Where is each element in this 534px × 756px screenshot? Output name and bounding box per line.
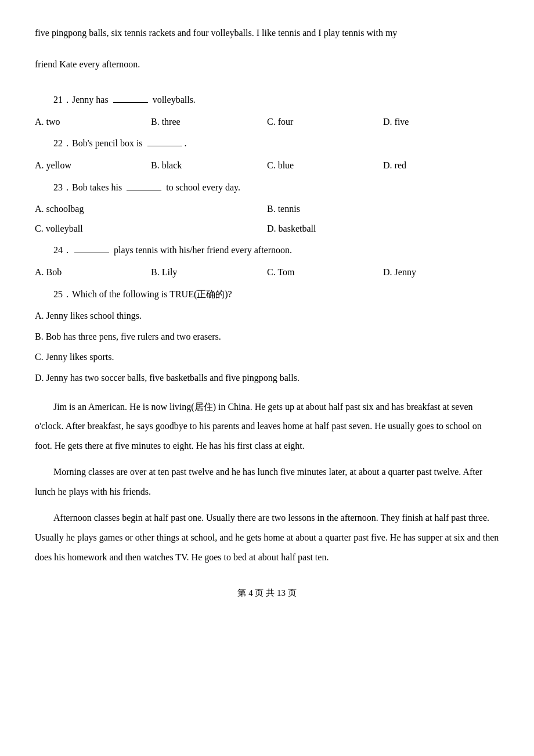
q23-optC: C. volleyball	[35, 219, 267, 239]
q22-options: A. yellow B. black C. blue D. red	[35, 156, 499, 175]
q23-optB: B. tennis	[267, 199, 499, 219]
q24-optB: B. Lily	[151, 262, 267, 282]
q24-optC: C. Tom	[267, 262, 383, 282]
passage-3: Afternoon classes begin at half past one…	[35, 508, 499, 567]
q21-optC: C. four	[267, 112, 383, 132]
q25-optD: D. Jenny has two soccer balls, five bask…	[35, 368, 499, 388]
question-22: 22．Bob's pencil box is . A. yellow B. bl…	[35, 134, 499, 175]
q21-options: A. two B. three C. four D. five	[35, 112, 499, 132]
question-23: 23．Bob takes his to school every day. A.…	[35, 178, 499, 239]
q23-stem: 23．Bob takes his to school every day.	[35, 178, 499, 197]
q22-optA: A. yellow	[35, 156, 151, 175]
q25-optA: A. Jenny likes school things.	[35, 306, 499, 326]
q21-optB: B. three	[151, 112, 267, 132]
q21-blank	[113, 102, 148, 103]
q23-options: A. schoolbag B. tennis C. volleyball D. …	[35, 199, 499, 238]
q25-optC: C. Jenny likes sports.	[35, 347, 499, 367]
q22-optB: B. black	[151, 156, 267, 175]
q21-optD: D. five	[383, 112, 499, 132]
page-info: 第 4 页 共 13 页	[237, 588, 296, 597]
q24-optD: D. Jenny	[383, 262, 499, 282]
q21-stem: 21．Jenny has volleyballs.	[35, 90, 499, 110]
intro-line1: five pingpong balls, six tennis rackets …	[35, 23, 499, 43]
q25-options: A. Jenny likes school things. B. Bob has…	[35, 306, 499, 387]
q25-optB: B. Bob has three pens, five rulers and t…	[35, 327, 499, 347]
q25-stem: 25．Which of the following is TRUE(正确的)?	[35, 285, 499, 304]
q22-stem: 22．Bob's pencil box is .	[35, 134, 499, 153]
passages: Jim is an American. He is now living(居住)…	[35, 397, 499, 567]
page-footer: 第 4 页 共 13 页	[35, 584, 499, 603]
question-24: 24． plays tennis with his/her friend eve…	[35, 240, 499, 282]
question-21: 21．Jenny has volleyballs. A. two B. thre…	[35, 90, 499, 131]
q24-blank	[74, 253, 109, 253]
q23-optD: D. basketball	[267, 219, 499, 239]
q22-optC: C. blue	[267, 156, 383, 175]
q23-blank	[127, 190, 161, 190]
q22-blank	[147, 146, 182, 146]
passage-2: Morning classes are over at ten past twe…	[35, 462, 499, 501]
intro-line2: friend Kate every afternoon.	[35, 55, 499, 74]
passage-1: Jim is an American. He is now living(居住)…	[35, 397, 499, 456]
question-25: 25．Which of the following is TRUE(正确的)? …	[35, 285, 499, 388]
q23-optA: A. schoolbag	[35, 199, 267, 219]
q24-stem: 24． plays tennis with his/her friend eve…	[35, 240, 499, 260]
q24-options: A. Bob B. Lily C. Tom D. Jenny	[35, 262, 499, 282]
q22-optD: D. red	[383, 156, 499, 175]
intro-paragraph: five pingpong balls, six tennis rackets …	[35, 23, 499, 74]
q24-optA: A. Bob	[35, 262, 151, 282]
q21-optA: A. two	[35, 112, 151, 132]
